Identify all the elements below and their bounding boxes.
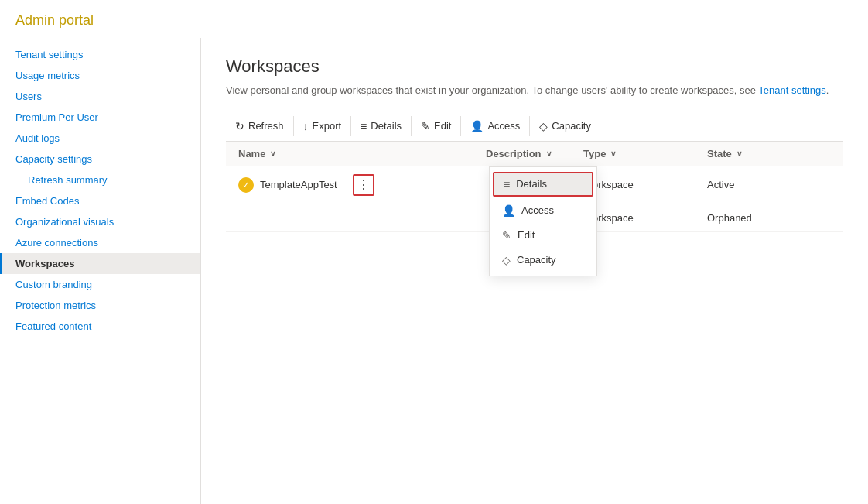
capacity-menu-icon: ◇ — [502, 254, 511, 266]
header-state[interactable]: State ∨ — [707, 148, 831, 159]
context-menu-item-access[interactable]: 👤 Access — [490, 198, 596, 223]
workspace-icon: ✓ — [238, 177, 254, 193]
sidebar-item-protection-metrics[interactable]: Protection metrics — [0, 295, 200, 316]
export-button[interactable]: ↓ Export — [294, 116, 352, 136]
sidebar-item-tenant-settings[interactable]: Tenant settings — [0, 44, 200, 65]
content-area: Workspaces View personal and group works… — [201, 38, 868, 504]
sidebar-item-featured-content[interactable]: Featured content — [0, 316, 200, 337]
sidebar-item-embed-codes[interactable]: Embed Codes — [0, 190, 200, 211]
workspace-name: TemplateAppTest — [260, 179, 337, 190]
refresh-button[interactable]: ↻ Refresh — [226, 116, 294, 136]
page-title: Workspaces — [226, 57, 843, 77]
details-menu-icon: ≡ — [504, 178, 510, 190]
context-menu-item-details[interactable]: ≡ Details — [493, 172, 593, 197]
capacity-icon: ◇ — [539, 120, 548, 132]
sidebar: Tenant settingsUsage metricsUsersPremium… — [0, 38, 201, 504]
table-row: ✓ TemplateAppTest ⋮ Workspace Active ≡ D… — [226, 166, 843, 204]
context-menu-button[interactable]: ⋮ — [353, 174, 374, 196]
access-button[interactable]: 👤 Access — [461, 116, 530, 136]
sidebar-item-audit-logs[interactable]: Audit logs — [0, 128, 200, 149]
table-header-row: Name ∨ Description ∨ Type ∨ State ∨ — [226, 142, 843, 166]
edit-menu-icon: ✎ — [502, 229, 511, 242]
sidebar-item-capacity-settings[interactable]: Capacity settings — [0, 149, 200, 170]
cell-state: Active — [707, 179, 831, 190]
cell-name: ✓ TemplateAppTest ⋮ — [238, 174, 486, 196]
sort-icon: ∨ — [270, 149, 275, 158]
export-icon: ↓ — [303, 120, 309, 132]
refresh-icon: ↻ — [235, 120, 244, 132]
header-name[interactable]: Name ∨ — [238, 148, 486, 159]
sort-icon: ∨ — [610, 149, 616, 158]
sidebar-item-organizational-visuals[interactable]: Organizational visuals — [0, 211, 200, 232]
cell-type-2: Workspace — [583, 212, 707, 224]
access-menu-icon: 👤 — [502, 204, 515, 217]
header-type[interactable]: Type ∨ — [583, 148, 707, 159]
checkmark-icon: ✓ — [242, 180, 250, 190]
details-icon: ≡ — [361, 120, 367, 132]
cell-type: Workspace — [583, 179, 707, 190]
cell-state-2: Orphaned — [707, 212, 831, 224]
context-menu-item-edit[interactable]: ✎ Edit — [490, 223, 596, 248]
app-title: Admin portal — [0, 0, 868, 38]
sidebar-item-refresh-summary[interactable]: Refresh summary — [0, 170, 200, 190]
toolbar: ↻ Refresh ↓ Export ≡ Details ✎ Edit 👤 Ac… — [226, 111, 843, 142]
sort-icon: ∨ — [736, 149, 742, 158]
edit-button[interactable]: ✎ Edit — [412, 116, 461, 136]
sort-icon: ∨ — [546, 149, 552, 158]
sidebar-item-usage-metrics[interactable]: Usage metrics — [0, 65, 200, 86]
workspaces-table: Name ∨ Description ∨ Type ∨ State ∨ — [226, 142, 843, 232]
access-icon: 👤 — [470, 120, 484, 132]
sidebar-item-users[interactable]: Users — [0, 86, 200, 107]
capacity-button[interactable]: ◇ Capacity — [530, 116, 600, 136]
edit-icon: ✎ — [421, 120, 430, 132]
tenant-settings-link[interactable]: Tenant settings — [758, 84, 825, 96]
sidebar-item-premium-per-user[interactable]: Premium Per User — [0, 107, 200, 128]
sidebar-item-custom-branding[interactable]: Custom branding — [0, 274, 200, 295]
context-menu-item-capacity[interactable]: ◇ Capacity — [490, 248, 596, 273]
page-description: View personal and group workspaces that … — [226, 83, 843, 98]
details-button[interactable]: ≡ Details — [351, 116, 412, 136]
sidebar-item-workspaces[interactable]: Workspaces — [0, 253, 200, 274]
header-description[interactable]: Description ∨ — [486, 148, 583, 159]
sidebar-item-azure-connections[interactable]: Azure connections — [0, 232, 200, 253]
context-menu: ≡ Details 👤 Access ✎ Edit ◇ Capacity — [489, 166, 597, 276]
